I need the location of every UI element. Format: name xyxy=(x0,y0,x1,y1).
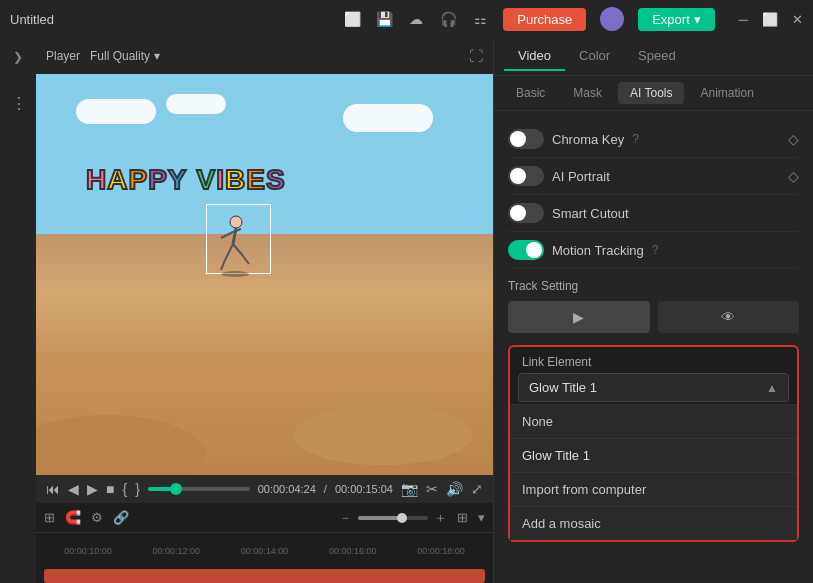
svg-point-8 xyxy=(221,271,249,277)
playback-controls: ⏮ ◀ ▶ ■ { } 00:00:04:24 / 00:00:15:04 📷 … xyxy=(36,475,493,503)
ruler-00-10: 00:00:10:00 xyxy=(44,546,132,556)
tab-color[interactable]: Color xyxy=(565,42,624,71)
ai-portrait-knob xyxy=(510,168,526,184)
stop-icon[interactable]: ■ xyxy=(106,481,114,497)
smart-cutout-row: Smart Cutout xyxy=(508,195,799,232)
fullscreen-icon[interactable]: ⛶ xyxy=(469,48,483,64)
letter-s: S xyxy=(266,164,285,196)
volume-icon[interactable]: 🔊 xyxy=(446,481,463,497)
export-chevron-icon: ▾ xyxy=(694,12,701,27)
monitor-icon[interactable]: ⬜ xyxy=(343,10,361,28)
sub-tab-mask[interactable]: Mask xyxy=(561,82,614,104)
more-icon[interactable]: ▾ xyxy=(478,510,485,525)
track-setting-label: Track Setting xyxy=(508,279,799,293)
timeline-track[interactable] xyxy=(44,569,485,583)
frame-back-icon[interactable]: ◀ xyxy=(68,481,79,497)
restore-button[interactable]: ⬜ xyxy=(762,12,778,27)
track-btn-2[interactable]: 👁 xyxy=(658,301,800,333)
happy-vibes-text: H A P P Y V I B E S xyxy=(86,164,285,196)
motion-tracking-help-icon: ? xyxy=(652,243,659,257)
left-sidebar: ❯ ⋮ xyxy=(0,38,36,583)
sidebar-collapse-arrow[interactable]: ❯ xyxy=(9,46,27,68)
ruler-00-16: 00:00:16:00 xyxy=(309,546,397,556)
sub-tab-basic[interactable]: Basic xyxy=(504,82,557,104)
option-add-mosaic[interactable]: Add a mosaic xyxy=(510,507,797,540)
motion-tracking-toggle[interactable] xyxy=(508,240,544,260)
minimize-button[interactable]: ─ xyxy=(739,12,748,27)
title-bar-left: Untitled xyxy=(10,12,54,27)
magnet-icon[interactable]: 🧲 xyxy=(65,510,81,525)
tab-video[interactable]: Video xyxy=(504,42,565,71)
running-figure xyxy=(211,212,261,277)
camera-icon[interactable]: 📷 xyxy=(401,481,418,497)
chroma-key-toggle[interactable] xyxy=(508,129,544,149)
add-track-icon[interactable]: ⊞ xyxy=(44,510,55,525)
razor-icon[interactable]: ⚙ xyxy=(91,510,103,525)
dropdown-options: None Glow Title 1 Import from computer A… xyxy=(510,404,797,540)
sub-tab-animation[interactable]: Animation xyxy=(688,82,765,104)
play-icon[interactable]: ▶ xyxy=(87,481,98,497)
tab-speed[interactable]: Speed xyxy=(624,42,690,71)
time-separator: / xyxy=(324,483,327,495)
scissors-icon[interactable]: ✂ xyxy=(426,481,438,497)
link-element-dropdown[interactable]: Glow Title 1 ▲ xyxy=(518,373,789,402)
option-import-computer[interactable]: Import from computer xyxy=(510,473,797,507)
svg-line-3 xyxy=(233,229,241,232)
step-back-icon[interactable]: ⏮ xyxy=(46,481,60,497)
track-btn-1[interactable]: ▶ xyxy=(508,301,650,333)
timeline-tools: ⊞ 🧲 ⚙ 🔗 － ＋ ⊞ ▾ xyxy=(36,503,493,533)
sub-tab-ai-tools[interactable]: AI Tools xyxy=(618,82,684,104)
ruler-labels: 00:00:10:00 00:00:12:00 00:00:14:00 00:0… xyxy=(36,542,493,560)
ruler-00-18: 00:00:18:00 xyxy=(397,546,485,556)
chroma-key-left: Chroma Key ? xyxy=(508,129,639,149)
motion-tracking-label: Motion Tracking xyxy=(552,243,644,258)
letter-a: A xyxy=(107,164,127,196)
smart-cutout-toggle[interactable] xyxy=(508,203,544,223)
quality-select[interactable]: Full Quality ▾ xyxy=(90,49,160,63)
link-icon[interactable]: 🔗 xyxy=(113,510,129,525)
zoom-control: － ＋ xyxy=(339,509,447,527)
cloud-1 xyxy=(76,99,156,124)
svg-line-4 xyxy=(225,244,233,260)
close-button[interactable]: ✕ xyxy=(792,12,803,27)
zoom-in-icon[interactable]: ＋ xyxy=(434,509,447,527)
letter-b: B xyxy=(225,164,245,196)
zoom-out-icon[interactable]: － xyxy=(339,509,352,527)
motion-tracking-left: Motion Tracking ? xyxy=(508,240,658,260)
chroma-key-row: Chroma Key ? ◇ xyxy=(508,121,799,158)
export-label: Export xyxy=(652,12,690,27)
mark-out-icon[interactable]: } xyxy=(135,481,140,497)
export-button[interactable]: Export ▾ xyxy=(638,8,715,31)
track-eye-icon: 👁 xyxy=(721,309,735,325)
ai-portrait-toggle[interactable] xyxy=(508,166,544,186)
ruler-00-14: 00:00:14:00 xyxy=(220,546,308,556)
letter-y: Y xyxy=(168,164,187,196)
expand-icon[interactable]: ⤢ xyxy=(471,481,483,497)
quality-chevron-icon: ▾ xyxy=(154,49,160,63)
motion-tracking-knob xyxy=(526,242,542,258)
letter-v: V xyxy=(197,164,216,196)
sidebar-menu-icon[interactable]: ⋮ xyxy=(11,94,25,113)
cloud-3 xyxy=(343,104,433,132)
purchase-button[interactable]: Purchase xyxy=(503,8,586,31)
avatar xyxy=(600,7,624,31)
main-area: ❯ ⋮ Player Full Quality ▾ ⛶ H A xyxy=(0,38,813,583)
headphone-icon[interactable]: 🎧 xyxy=(439,10,457,28)
letter-h: H xyxy=(86,164,106,196)
upload-icon[interactable]: ☁ xyxy=(407,10,425,28)
timeline-area: ⊞ 🧲 ⚙ 🔗 － ＋ ⊞ ▾ 00:00:10:00 xyxy=(36,503,493,583)
sand-dune-2 xyxy=(293,405,473,465)
mark-in-icon[interactable]: { xyxy=(122,481,127,497)
current-time: 00:00:04:24 xyxy=(258,483,316,495)
zoom-bar[interactable] xyxy=(358,516,428,520)
save-icon[interactable]: 💾 xyxy=(375,10,393,28)
zoom-thumb xyxy=(397,513,407,523)
option-none[interactable]: None xyxy=(510,405,797,439)
letter-i: I xyxy=(216,164,224,196)
grid-icon[interactable]: ⚏ xyxy=(471,10,489,28)
option-glow-title-1[interactable]: Glow Title 1 xyxy=(510,439,797,473)
total-time: 00:00:15:04 xyxy=(335,483,393,495)
progress-bar[interactable] xyxy=(148,487,250,491)
grid-layout-icon[interactable]: ⊞ xyxy=(457,510,468,525)
ai-tools-content: Chroma Key ? ◇ AI Portrait ◇ xyxy=(494,111,813,583)
